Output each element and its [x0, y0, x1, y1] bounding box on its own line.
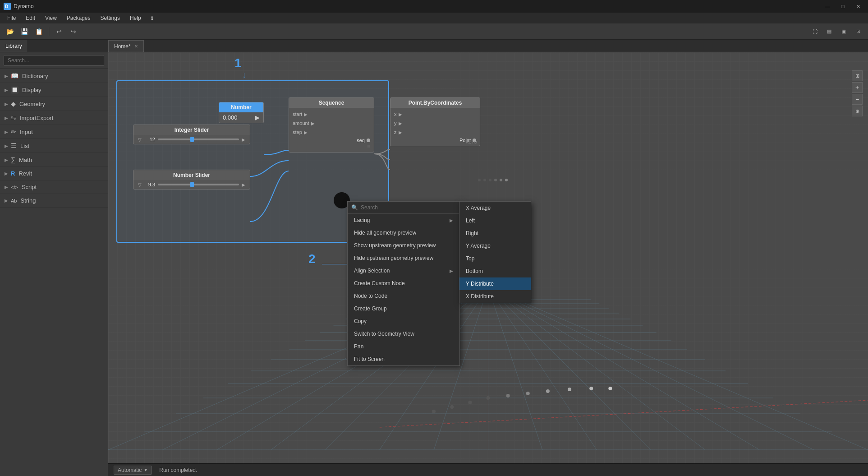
home-tab[interactable]: Home* ✕: [108, 40, 144, 52]
svg-line-26: [488, 287, 542, 450]
maximize-button[interactable]: □: [836, 1, 849, 11]
integer-slider-node[interactable]: Integer Slider ▽ 12 ▶: [133, 125, 250, 144]
submenu-y-average[interactable]: Y Average: [459, 240, 531, 252]
number-slider-track[interactable]: [158, 184, 239, 185]
view-btn-3[interactable]: ▣: [837, 25, 850, 38]
open-button[interactable]: 📂: [4, 25, 16, 38]
app-title: Dynamo: [14, 3, 34, 9]
zoom-reset-button[interactable]: ⊕: [852, 106, 863, 116]
slider-collapse-btn[interactable]: ▽: [138, 137, 142, 142]
point-bycoordinates-node[interactable]: Point.ByCoordinates x ▶ y ▶ z ▶: [390, 97, 480, 146]
integer-slider-track[interactable]: [158, 139, 239, 140]
fullscreen-button[interactable]: ⊡: [852, 25, 864, 38]
sidebar-item-script[interactable]: ▶ </> Script: [0, 180, 108, 194]
submenu-x-average[interactable]: X Average: [459, 202, 531, 214]
export-button[interactable]: 📋: [32, 25, 45, 38]
seq-output-dot: [367, 139, 370, 142]
sidebar-item-math[interactable]: ▶ ∑ Math: [0, 153, 108, 167]
minimize-button[interactable]: —: [821, 1, 834, 11]
close-home-tab[interactable]: ✕: [134, 44, 138, 49]
lib-label-revit: Revit: [18, 170, 32, 177]
number-slider-node[interactable]: Number Slider ▽ 9.3 ▶: [133, 170, 250, 189]
submenu-bottom[interactable]: Bottom: [459, 265, 531, 277]
submenu-top[interactable]: Top: [459, 252, 531, 265]
submenu-x-distribute[interactable]: X Distribute: [459, 290, 531, 303]
seq-port-amount-arrow: ▶: [311, 121, 315, 126]
menu-settings[interactable]: Settings: [96, 14, 124, 22]
zoom-fit-button[interactable]: ⊞: [852, 70, 863, 81]
ctx-create-group[interactable]: Create Group: [348, 302, 459, 315]
ctx-lacing[interactable]: Lacing ▶: [348, 214, 459, 226]
zoom-in-button[interactable]: +: [852, 82, 863, 93]
number-slider-thumb[interactable]: [190, 182, 194, 187]
svg-point-42: [589, 387, 593, 390]
library-search-input[interactable]: [4, 55, 104, 66]
lib-icon-dictionary: 📖: [11, 72, 18, 79]
number-arrow-btn[interactable]: ▶: [255, 114, 260, 121]
lib-label-importexport: ImportExport: [20, 115, 53, 121]
run-mode-dropdown[interactable]: Automatic ▼: [114, 466, 152, 475]
ctx-show-upstream[interactable]: Show upstream geometry preview: [348, 239, 459, 252]
integer-slider-thumb[interactable]: [190, 137, 194, 142]
run-status-text: Run completed.: [159, 467, 197, 473]
sidebar-item-dictionary[interactable]: ▶ 📖 Dictionary: [0, 69, 108, 83]
sidebar-item-string[interactable]: ▶ Ab String: [0, 194, 108, 208]
lib-icon-script: </>: [11, 185, 18, 190]
lib-label-math: Math: [19, 157, 32, 163]
nslider-expand[interactable]: ▶: [242, 182, 245, 187]
submenu-y-distribute[interactable]: Y Distribute: [459, 277, 531, 290]
number-slider-body: ▽ 9.3 ▶: [133, 180, 250, 189]
ctx-pan[interactable]: Pan: [348, 340, 459, 353]
ctx-node-to-code[interactable]: Node to Code: [348, 290, 459, 302]
menu-edit[interactable]: Edit: [21, 14, 40, 22]
seq-port-start: start ▶: [289, 110, 374, 119]
view-btn-2[interactable]: ▤: [823, 25, 836, 38]
ctx-copy[interactable]: Copy: [348, 315, 459, 328]
svg-point-40: [546, 389, 550, 393]
sidebar-item-list[interactable]: ▶ ☰ List: [0, 139, 108, 153]
save-button[interactable]: 💾: [18, 25, 31, 38]
sidebar-item-revit[interactable]: ▶ R Revit: [0, 167, 108, 180]
ctx-hide-all-geo[interactable]: Hide all geometry preview: [348, 226, 459, 239]
ctx-hide-upstream[interactable]: Hide upstream geometry preview: [348, 252, 459, 264]
zoom-out-button[interactable]: −: [852, 94, 863, 105]
sidebar-item-geometry[interactable]: ▶ ◆ Geometry: [0, 97, 108, 111]
point-port-x-arrow: ▶: [399, 112, 402, 117]
home-tab-label: Home*: [114, 43, 131, 50]
perspective-grid: .gridline { stroke: #5a7a8a; stroke-widt…: [108, 278, 868, 450]
search-icon: 🔍: [351, 204, 358, 211]
expand-icon-input: ▶: [5, 129, 8, 134]
dot-2: [483, 179, 486, 181]
ctx-create-custom-node[interactable]: Create Custom Node: [348, 277, 459, 290]
ctx-align-selection[interactable]: Align Selection ▶: [348, 264, 459, 277]
ctx-align-selection-label: Align Selection: [354, 268, 390, 274]
redo-button[interactable]: ↪: [67, 25, 80, 38]
number-node[interactable]: Number 0.000 ▶: [219, 102, 264, 123]
sidebar-item-input[interactable]: ▶ ✏ Input: [0, 125, 108, 139]
number-slider-value: 9.3: [144, 182, 155, 187]
integer-slider-header: Integer Slider: [133, 125, 250, 135]
svg-line-31: [488, 287, 814, 450]
menu-help[interactable]: Help: [125, 14, 146, 22]
sidebar-item-display[interactable]: ▶ 🔲 Display: [0, 83, 108, 97]
main-canvas[interactable]: .gridline { stroke: #5a7a8a; stroke-widt…: [108, 52, 868, 463]
menu-packages[interactable]: Packages: [62, 14, 95, 22]
dot-1: [478, 179, 481, 181]
view-btn-1[interactable]: ⛶: [808, 25, 821, 38]
context-search-input[interactable]: [361, 204, 456, 211]
submenu-left[interactable]: Left: [459, 214, 531, 227]
sidebar-item-importexport[interactable]: ▶ ⇆ ImportExport: [0, 111, 108, 125]
menu-view[interactable]: View: [41, 14, 61, 22]
ctx-fit-to-screen[interactable]: Fit to Screen: [348, 353, 459, 365]
nslider-collapse-btn[interactable]: ▽: [138, 182, 142, 187]
undo-button[interactable]: ↩: [53, 25, 65, 38]
expand-icon-string: ▶: [5, 198, 8, 203]
close-button[interactable]: ✕: [852, 1, 864, 11]
library-tab[interactable]: Library: [0, 40, 28, 52]
menu-file[interactable]: File: [3, 14, 20, 22]
menu-info[interactable]: ℹ: [147, 14, 158, 22]
integer-slider-expand[interactable]: ▶: [242, 137, 245, 142]
ctx-switch-geometry[interactable]: Switch to Geometry View: [348, 328, 459, 340]
submenu-right[interactable]: Right: [459, 227, 531, 240]
sequence-node[interactable]: Sequence start ▶ amount ▶ step ▶: [289, 97, 374, 153]
